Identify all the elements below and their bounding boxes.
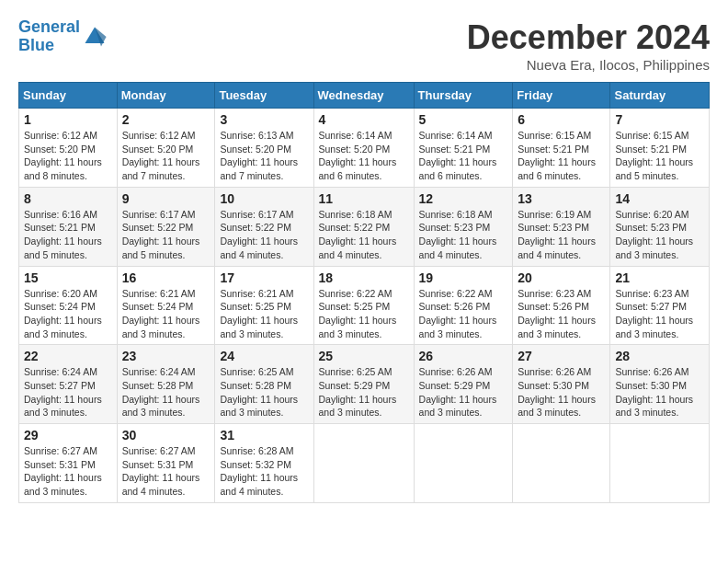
day-number: 28 <box>615 349 704 363</box>
day-info: Sunrise: 6:13 AMSunset: 5:20 PMDaylight:… <box>220 129 308 183</box>
weekday-header-wednesday: Wednesday <box>313 83 414 109</box>
day-number: 29 <box>24 428 112 442</box>
day-number: 4 <box>319 112 409 127</box>
calendar-cell: 26Sunrise: 6:26 AMSunset: 5:29 PMDayligh… <box>414 345 513 424</box>
calendar-cell: 19Sunrise: 6:22 AMSunset: 5:26 PMDayligh… <box>414 266 513 345</box>
day-info: Sunrise: 6:24 AMSunset: 5:28 PMDaylight:… <box>122 365 210 419</box>
day-number: 31 <box>220 428 308 442</box>
calendar-cell: 7Sunrise: 6:15 AMSunset: 5:21 PMDaylight… <box>610 109 710 188</box>
day-info: Sunrise: 6:20 AMSunset: 5:24 PMDaylight:… <box>24 287 112 341</box>
calendar-table: SundayMondayTuesdayWednesdayThursdayFrid… <box>18 82 710 503</box>
calendar-cell: 12Sunrise: 6:18 AMSunset: 5:23 PMDayligh… <box>414 187 513 266</box>
calendar-cell <box>513 424 610 503</box>
day-number: 1 <box>24 112 112 127</box>
calendar-cell: 5Sunrise: 6:14 AMSunset: 5:21 PMDaylight… <box>414 109 513 188</box>
location: Nueva Era, Ilocos, Philippines <box>467 57 710 73</box>
day-number: 6 <box>518 112 605 127</box>
calendar-cell: 28Sunrise: 6:26 AMSunset: 5:30 PMDayligh… <box>610 345 710 424</box>
calendar-cell: 6Sunrise: 6:15 AMSunset: 5:21 PMDaylight… <box>513 109 610 188</box>
day-number: 14 <box>615 191 704 206</box>
calendar-cell: 4Sunrise: 6:14 AMSunset: 5:20 PMDaylight… <box>313 109 414 188</box>
weekday-header-monday: Monday <box>117 83 215 109</box>
calendar-cell: 25Sunrise: 6:25 AMSunset: 5:29 PMDayligh… <box>313 345 414 424</box>
day-number: 8 <box>24 191 112 206</box>
calendar-cell: 24Sunrise: 6:25 AMSunset: 5:28 PMDayligh… <box>215 345 313 424</box>
calendar-cell: 15Sunrise: 6:20 AMSunset: 5:24 PMDayligh… <box>19 266 118 345</box>
weekday-header-thursday: Thursday <box>414 83 513 109</box>
day-info: Sunrise: 6:23 AMSunset: 5:27 PMDaylight:… <box>615 287 704 341</box>
day-number: 15 <box>24 270 112 285</box>
calendar-cell: 22Sunrise: 6:24 AMSunset: 5:27 PMDayligh… <box>19 345 118 424</box>
day-info: Sunrise: 6:20 AMSunset: 5:23 PMDaylight:… <box>615 208 704 262</box>
calendar-cell: 18Sunrise: 6:22 AMSunset: 5:25 PMDayligh… <box>313 266 414 345</box>
calendar-cell: 10Sunrise: 6:17 AMSunset: 5:22 PMDayligh… <box>215 187 313 266</box>
calendar-cell: 20Sunrise: 6:23 AMSunset: 5:26 PMDayligh… <box>513 266 610 345</box>
calendar-cell: 11Sunrise: 6:18 AMSunset: 5:22 PMDayligh… <box>313 187 414 266</box>
day-number: 16 <box>122 270 210 285</box>
day-number: 12 <box>419 191 508 206</box>
day-info: Sunrise: 6:18 AMSunset: 5:22 PMDaylight:… <box>319 208 409 262</box>
day-info: Sunrise: 6:23 AMSunset: 5:26 PMDaylight:… <box>518 287 605 341</box>
calendar-week-row: 22Sunrise: 6:24 AMSunset: 5:27 PMDayligh… <box>19 345 710 424</box>
calendar-cell: 13Sunrise: 6:19 AMSunset: 5:23 PMDayligh… <box>513 187 610 266</box>
day-number: 22 <box>24 349 112 363</box>
calendar-cell: 31Sunrise: 6:28 AMSunset: 5:32 PMDayligh… <box>215 424 313 503</box>
calendar-week-row: 29Sunrise: 6:27 AMSunset: 5:31 PMDayligh… <box>19 424 710 503</box>
logo: GeneralBlue <box>18 18 108 55</box>
title-block: December 2024 Nueva Era, Ilocos, Philipp… <box>467 18 710 73</box>
day-info: Sunrise: 6:14 AMSunset: 5:21 PMDaylight:… <box>419 129 508 183</box>
day-number: 17 <box>220 270 308 285</box>
day-info: Sunrise: 6:14 AMSunset: 5:20 PMDaylight:… <box>319 129 409 183</box>
day-number: 2 <box>122 112 210 127</box>
day-number: 25 <box>319 349 409 363</box>
day-number: 9 <box>122 191 210 206</box>
day-number: 23 <box>122 349 210 363</box>
calendar-cell: 8Sunrise: 6:16 AMSunset: 5:21 PMDaylight… <box>19 187 118 266</box>
calendar-cell: 1Sunrise: 6:12 AMSunset: 5:20 PMDaylight… <box>19 109 118 188</box>
weekday-header-friday: Friday <box>513 83 610 109</box>
day-number: 24 <box>220 349 308 363</box>
day-number: 7 <box>615 112 704 127</box>
calendar-week-row: 8Sunrise: 6:16 AMSunset: 5:21 PMDaylight… <box>19 187 710 266</box>
calendar-cell: 14Sunrise: 6:20 AMSunset: 5:23 PMDayligh… <box>610 187 710 266</box>
calendar-week-row: 1Sunrise: 6:12 AMSunset: 5:20 PMDaylight… <box>19 109 710 188</box>
day-info: Sunrise: 6:17 AMSunset: 5:22 PMDaylight:… <box>122 208 210 262</box>
day-info: Sunrise: 6:21 AMSunset: 5:24 PMDaylight:… <box>122 287 210 341</box>
weekday-header-saturday: Saturday <box>610 83 710 109</box>
day-info: Sunrise: 6:17 AMSunset: 5:22 PMDaylight:… <box>220 208 308 262</box>
day-number: 30 <box>122 428 210 442</box>
day-info: Sunrise: 6:27 AMSunset: 5:31 PMDaylight:… <box>122 444 210 499</box>
calendar-cell: 16Sunrise: 6:21 AMSunset: 5:24 PMDayligh… <box>117 266 215 345</box>
day-info: Sunrise: 6:26 AMSunset: 5:30 PMDaylight:… <box>615 365 704 419</box>
day-info: Sunrise: 6:15 AMSunset: 5:21 PMDaylight:… <box>518 129 605 183</box>
calendar-cell: 17Sunrise: 6:21 AMSunset: 5:25 PMDayligh… <box>215 266 313 345</box>
calendar-cell: 23Sunrise: 6:24 AMSunset: 5:28 PMDayligh… <box>117 345 215 424</box>
day-info: Sunrise: 6:22 AMSunset: 5:25 PMDaylight:… <box>319 287 409 341</box>
day-number: 19 <box>419 270 508 285</box>
weekday-header-tuesday: Tuesday <box>215 83 313 109</box>
page-header: GeneralBlue December 2024 Nueva Era, Ilo… <box>18 18 710 73</box>
calendar-cell <box>610 424 710 503</box>
calendar-cell: 21Sunrise: 6:23 AMSunset: 5:27 PMDayligh… <box>610 266 710 345</box>
day-info: Sunrise: 6:25 AMSunset: 5:28 PMDaylight:… <box>220 365 308 419</box>
logo-icon <box>82 24 108 50</box>
day-info: Sunrise: 6:16 AMSunset: 5:21 PMDaylight:… <box>24 208 112 262</box>
day-number: 10 <box>220 191 308 206</box>
calendar-cell: 9Sunrise: 6:17 AMSunset: 5:22 PMDaylight… <box>117 187 215 266</box>
day-info: Sunrise: 6:22 AMSunset: 5:26 PMDaylight:… <box>419 287 508 341</box>
day-info: Sunrise: 6:19 AMSunset: 5:23 PMDaylight:… <box>518 208 605 262</box>
day-number: 11 <box>319 191 409 206</box>
day-number: 20 <box>518 270 605 285</box>
calendar-cell: 30Sunrise: 6:27 AMSunset: 5:31 PMDayligh… <box>117 424 215 503</box>
day-info: Sunrise: 6:25 AMSunset: 5:29 PMDaylight:… <box>319 365 409 419</box>
day-number: 13 <box>518 191 605 206</box>
day-info: Sunrise: 6:21 AMSunset: 5:25 PMDaylight:… <box>220 287 308 341</box>
calendar-cell <box>414 424 513 503</box>
day-number: 27 <box>518 349 605 363</box>
logo-text: GeneralBlue <box>18 18 80 55</box>
day-number: 26 <box>419 349 508 363</box>
day-info: Sunrise: 6:15 AMSunset: 5:21 PMDaylight:… <box>615 129 704 183</box>
calendar-cell <box>313 424 414 503</box>
weekday-header-sunday: Sunday <box>19 83 118 109</box>
calendar-cell: 3Sunrise: 6:13 AMSunset: 5:20 PMDaylight… <box>215 109 313 188</box>
